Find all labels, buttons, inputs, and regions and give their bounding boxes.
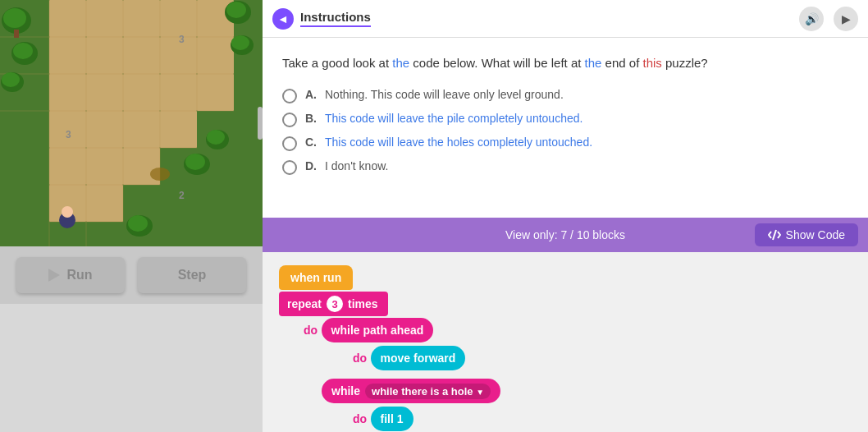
view-only-bar: View only: 7 / 10 blocks Show Code: [263, 218, 868, 252]
radio-a[interactable]: [282, 89, 297, 103]
question-text: Take a good look at the code below. What…: [282, 54, 848, 73]
svg-point-40: [13, 43, 33, 59]
when-run-block[interactable]: when run: [279, 265, 353, 290]
right-panel: ◄ Instructions 🔊 ▶ Take a good look at t…: [263, 0, 868, 432]
while-hole-row: while while there is a hole ▼: [322, 379, 500, 403]
svg-text:3: 3: [66, 129, 71, 140]
show-code-label: Show Code: [786, 228, 845, 241]
when-run-row: when run: [279, 265, 500, 290]
block-container: when run repeat 3 times do while path ah…: [279, 265, 500, 432]
while-hole-block[interactable]: while while there is a hole ▼: [322, 379, 500, 403]
option-a[interactable]: A. Nothing. This code will leave only le…: [282, 88, 848, 103]
there-is-hole-label[interactable]: while there is a hole ▼: [365, 384, 491, 399]
when-run-label: when run: [290, 271, 341, 284]
answer-options: A. Nothing. This code will leave only le…: [282, 88, 848, 175]
svg-rect-20: [49, 148, 86, 185]
radio-d[interactable]: [282, 160, 297, 175]
blocks-area: when run repeat 3 times do while path ah…: [263, 252, 868, 432]
fill-block[interactable]: fill 1: [371, 407, 413, 431]
instructions-content: Take a good look at the code below. What…: [263, 38, 868, 218]
step-label: Step: [178, 268, 207, 283]
move-forward-block[interactable]: move forward: [371, 346, 466, 370]
option-d-text: I don't know.: [325, 159, 388, 172]
option-d-letter: D.: [305, 159, 317, 172]
while-path-label: while path ahead: [331, 324, 424, 337]
option-c[interactable]: C. This code will leave the holes comple…: [282, 136, 848, 151]
tab-bar: ◄ Instructions 🔊 ▶: [263, 0, 868, 38]
sound-button[interactable]: 🔊: [799, 7, 824, 31]
while-label: while: [331, 384, 360, 398]
svg-rect-18: [123, 111, 160, 148]
svg-rect-13: [123, 74, 160, 111]
show-code-button[interactable]: Show Code: [755, 223, 858, 246]
repeat-block[interactable]: repeat 3 times: [279, 292, 388, 316]
svg-rect-24: [86, 185, 123, 222]
run-button[interactable]: Run: [16, 257, 125, 293]
fill-label: fill 1: [381, 412, 404, 425]
svg-point-58: [62, 206, 73, 218]
do-row: do while path ahead: [304, 318, 500, 342]
svg-rect-1: [49, 0, 86, 37]
tab-label[interactable]: Instructions: [300, 10, 371, 27]
option-b-letter: B.: [305, 112, 317, 125]
svg-rect-4: [160, 0, 197, 37]
svg-text:3: 3: [179, 34, 185, 45]
do-move-row: do move forward: [353, 346, 500, 370]
play-icon: [48, 269, 60, 282]
svg-rect-11: [49, 74, 86, 111]
view-only-text: View only: 7 / 10 blocks: [505, 228, 625, 241]
tab-icon: ◄: [272, 8, 294, 30]
svg-point-44: [226, 2, 246, 18]
while-path-block[interactable]: while path ahead: [322, 318, 434, 342]
option-b[interactable]: B. This code will leave the pile complet…: [282, 112, 848, 127]
radio-b[interactable]: [282, 113, 297, 127]
play-button[interactable]: ▶: [834, 7, 858, 31]
do-label-2: do: [353, 352, 367, 365]
svg-point-50: [185, 154, 205, 170]
option-a-letter: A.: [305, 88, 317, 101]
option-a-text: Nothing. This code will leave only level…: [325, 88, 564, 101]
svg-rect-14: [160, 74, 197, 111]
svg-rect-6: [49, 37, 86, 74]
option-c-letter: C.: [305, 136, 317, 149]
svg-rect-15: [197, 74, 234, 111]
do-label-3: do: [353, 412, 367, 425]
svg-rect-38: [14, 30, 19, 38]
svg-point-52: [207, 130, 225, 145]
svg-rect-60: [258, 107, 263, 140]
do-label-1: do: [304, 324, 318, 337]
tab-actions: 🔊 ▶: [799, 7, 858, 31]
svg-point-56: [150, 168, 170, 181]
svg-rect-8: [123, 37, 160, 74]
svg-rect-19: [160, 111, 197, 148]
highlight-the1: the: [392, 56, 409, 70]
svg-rect-17: [86, 111, 123, 148]
radio-c[interactable]: [282, 136, 297, 151]
step-button[interactable]: Step: [138, 257, 246, 293]
option-c-text: This code will leave the holes completel…: [325, 136, 592, 149]
option-d[interactable]: D. I don't know.: [282, 159, 848, 175]
svg-text:2: 2: [179, 190, 185, 201]
run-label: Run: [66, 268, 92, 283]
move-forward-label: move forward: [381, 352, 456, 365]
highlight-this: this: [642, 56, 661, 70]
svg-line-61: [773, 230, 776, 240]
highlight-the2: the: [585, 56, 602, 70]
repeat-row: repeat 3 times: [279, 292, 500, 316]
repeat-label: repeat: [287, 297, 322, 310]
svg-rect-10: [197, 37, 234, 74]
game-canvas: 3 3 2: [0, 0, 263, 246]
controls-bar: Run Step: [0, 246, 263, 304]
left-bottom-spacer: [0, 304, 263, 432]
svg-rect-21: [86, 148, 123, 185]
svg-rect-59: [64, 218, 71, 227]
code-icon: [768, 228, 781, 241]
svg-rect-12: [86, 74, 123, 111]
svg-rect-7: [86, 37, 123, 74]
dropdown-arrow: ▼: [476, 388, 484, 397]
left-panel: 3 3 2 Run Step: [0, 0, 263, 432]
repeat-count[interactable]: 3: [327, 296, 343, 312]
svg-rect-2: [86, 0, 123, 37]
svg-point-48: [128, 215, 148, 232]
svg-point-37: [3, 8, 26, 28]
